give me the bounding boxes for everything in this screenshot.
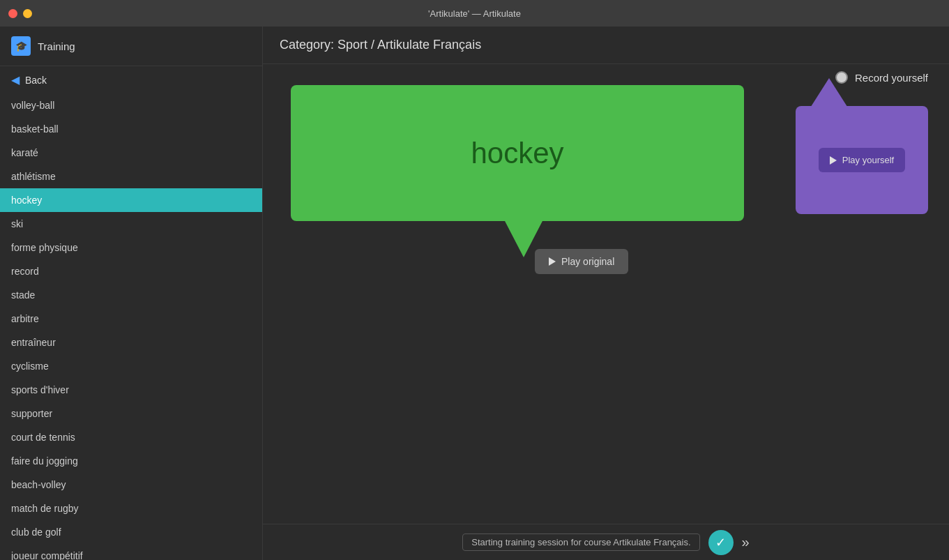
traffic-lights (8, 9, 32, 18)
titlebar: 'Artikulate' — Artikulate (0, 0, 949, 27)
sidebar-item-match-rugby[interactable]: match de rugby (0, 497, 262, 520)
sidebar-item-basket-ball[interactable]: basket-ball (0, 117, 262, 141)
check-icon: ✓ (715, 535, 726, 550)
content-area: Category: Sport / Artikulate Français ho… (263, 27, 949, 560)
sidebar-item-court-tennis[interactable]: court de tennis (0, 425, 262, 449)
back-button[interactable]: ◀ Back (0, 66, 262, 93)
content-header: Category: Sport / Artikulate Français (263, 27, 949, 64)
record-section: Record yourself (835, 71, 928, 84)
sidebar-item-arbitre[interactable]: arbitre (0, 307, 262, 331)
status-text: Starting training session for course Art… (462, 533, 699, 551)
confirm-button[interactable]: ✓ (708, 530, 734, 555)
sidebar-item-record[interactable]: record (0, 259, 262, 283)
play-yourself-label: Play yourself (842, 155, 894, 165)
back-label: Back (25, 75, 47, 86)
close-button[interactable] (8, 9, 17, 18)
sidebar-item-entraineur[interactable]: entraîneur (0, 331, 262, 354)
sidebar-item-faire-jogging[interactable]: faire du jogging (0, 449, 262, 473)
sidebar-item-volley-ball[interactable]: volley-ball (0, 93, 262, 117)
play-original-button[interactable]: Play original (535, 249, 628, 274)
forward-icon: » (742, 534, 750, 550)
word-bubble-purple: Play yourself (796, 106, 928, 214)
play-original-label: Play original (561, 256, 614, 267)
sidebar-item-hockey[interactable]: hockey (0, 188, 262, 212)
category-title: Category: Sport / Artikulate Français (280, 38, 481, 52)
sidebar-item-athletisme[interactable]: athlétisme (0, 165, 262, 188)
window-title: 'Artikulate' — Artikulate (428, 8, 521, 19)
sidebar-header: 🎓 Training (0, 27, 262, 66)
app-title: Training (38, 40, 75, 52)
play-yourself-button[interactable]: Play yourself (819, 148, 905, 172)
sidebar-item-beach-volley[interactable]: beach-volley (0, 473, 262, 497)
play-yourself-icon (830, 156, 837, 165)
sidebar-item-stade[interactable]: stade (0, 283, 262, 307)
sidebar: 🎓 Training ◀ Back volley-ball basket-bal… (0, 27, 263, 560)
main-layout: 🎓 Training ◀ Back volley-ball basket-bal… (0, 27, 949, 560)
sidebar-item-ski[interactable]: ski (0, 212, 262, 236)
word-bubble-green: hockey (291, 85, 744, 221)
forward-button[interactable]: » (742, 534, 750, 550)
content-body: hockey Play original Record yourself Pla… (263, 64, 949, 524)
back-arrow-icon: ◀ (11, 73, 20, 86)
record-label: Record yourself (855, 72, 928, 84)
sidebar-item-supporter[interactable]: supporter (0, 402, 262, 425)
play-original-icon (549, 257, 556, 266)
bottom-bar: Starting training session for course Art… (263, 524, 949, 560)
sidebar-item-forme-physique[interactable]: forme physique (0, 236, 262, 259)
sidebar-item-cyclisme[interactable]: cyclisme (0, 354, 262, 378)
sidebar-item-joueur-competitif[interactable]: joueur compétitif (0, 544, 262, 560)
minimize-button[interactable] (23, 9, 32, 18)
sidebar-item-sports-hiver[interactable]: sports d'hiver (0, 378, 262, 402)
sidebar-item-club-golf[interactable]: club de golf (0, 520, 262, 544)
current-word: hockey (471, 137, 563, 170)
app-logo: 🎓 (11, 36, 31, 56)
sidebar-item-karate[interactable]: karaté (0, 141, 262, 165)
